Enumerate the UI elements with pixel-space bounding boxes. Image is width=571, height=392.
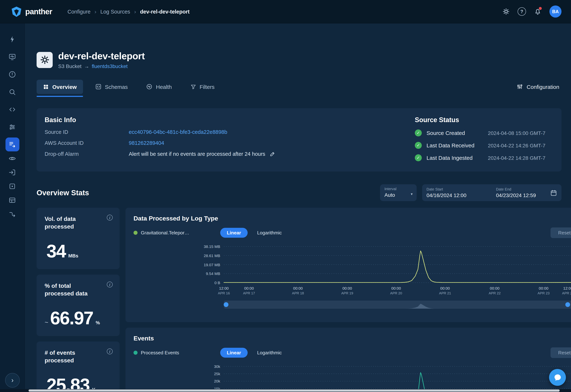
stat-card-volume: Vol. of data processed i 34 MBs: [37, 208, 120, 269]
date-range-picker[interactable]: Date Start 04/16/2024 12:00 Date End 04/…: [422, 184, 561, 201]
breadcrumb-log-sources[interactable]: Log Sources: [100, 9, 130, 14]
settings-button[interactable]: [502, 8, 510, 15]
arrow-into-box-icon: [8, 168, 16, 176]
brush-track: [224, 301, 571, 309]
sidebar-item-flash[interactable]: [5, 32, 19, 46]
notification-dot: [539, 7, 542, 10]
stat-title: Vol. of data processed: [45, 215, 100, 230]
alert-circle-icon: [8, 70, 16, 78]
configuration-button[interactable]: Configuration: [514, 83, 561, 90]
chart-toolbar: Gravitational.Telepor… Linear Logarithmi…: [133, 227, 571, 238]
x-axis-label: 00:00APR 21: [439, 286, 451, 295]
chart-svg: [224, 246, 571, 283]
source-id-value[interactable]: ecc40796-04bc-481c-bfe3-ceda22e8898b: [129, 129, 227, 135]
tab-overview[interactable]: Overview: [37, 80, 83, 94]
panther-logo-icon: [11, 6, 22, 17]
logarithmic-scale-button[interactable]: Logarithmic: [251, 348, 288, 358]
sidebar-item-log-sources[interactable]: [5, 138, 19, 151]
chevron-right-icon: ›: [134, 8, 136, 15]
tab-filters[interactable]: Filters: [184, 80, 221, 94]
stat-value-row: 34 MBs: [45, 242, 78, 260]
stats-controls: Interval Auto ▾ Date Start 04/16/2024 12…: [380, 184, 561, 201]
tab-schemas[interactable]: Schemas: [89, 79, 134, 94]
info-icon[interactable]: i: [107, 349, 113, 354]
status-date: 2024-04-22 14:28 GMT-7: [488, 155, 545, 161]
x-axis-label: 00:00APR 17: [243, 286, 255, 295]
aws-account-value[interactable]: 981262289404: [129, 140, 164, 146]
dropoff-alarm-value: Alert will be sent if no events are proc…: [129, 151, 265, 157]
y-axis-label: 30k: [214, 364, 220, 369]
brush-handle-left[interactable]: [224, 302, 228, 307]
user-avatar[interactable]: BA: [549, 5, 561, 17]
status-label: Last Data Received: [427, 142, 474, 148]
linear-scale-button[interactable]: Linear: [220, 348, 248, 358]
tabs-row: Overview Schemas Health Filters Configur…: [37, 79, 561, 94]
y-axis: 30k25k20k15k: [133, 366, 220, 392]
app-window: panther Configure › Log Sources › dev-re…: [0, 0, 571, 392]
source-status-block: Source Status ✓ Source Created 2024-04-0…: [415, 116, 545, 161]
code-icon: [8, 106, 16, 113]
stat-prefix: ~: [45, 319, 48, 326]
flash-icon: [8, 35, 16, 43]
stat-title: % of total processed data: [45, 282, 100, 297]
tab-label: Schemas: [105, 84, 128, 90]
logarithmic-scale-button[interactable]: Logarithmic: [251, 228, 288, 238]
stat-value: 66.97: [50, 309, 93, 327]
help-button[interactable]: ?: [518, 7, 526, 16]
chart-toolbar: Processed Events Linear Logarithmic Rese…: [133, 347, 571, 358]
gear-icon: [502, 8, 510, 15]
sidebar-item-import[interactable]: [5, 165, 19, 179]
sidebar-expand-button[interactable]: ›: [5, 373, 20, 388]
events-chart-card: Events Processed Events Linear Logarithm…: [126, 328, 571, 392]
panther-logo[interactable]: panther: [9, 6, 54, 17]
date-end-value: 04/23/2024 12:59: [496, 192, 536, 198]
reset-button[interactable]: Reset: [551, 227, 571, 238]
basic-info-card: Basic Info Source ID ecc40796-04bc-481c-…: [37, 108, 561, 171]
chart-plot[interactable]: [224, 366, 571, 392]
brush-handle-right[interactable]: [565, 302, 570, 307]
y-axis-label: 0 B: [214, 280, 220, 285]
pencil-icon: [270, 151, 275, 157]
chart-title: Events: [133, 335, 571, 342]
x-axis-label: 00:00APR 18: [292, 286, 304, 295]
info-icon[interactable]: i: [107, 281, 113, 287]
charts-column: Data Processed by Log Type Gravitational…: [126, 208, 571, 392]
sidebar-item-pipeline[interactable]: [5, 207, 19, 221]
time-range-brush[interactable]: [224, 301, 571, 309]
notifications-button[interactable]: [534, 8, 542, 15]
edit-dropoff-button[interactable]: [270, 151, 275, 157]
sidebar-item-package[interactable]: [5, 179, 19, 193]
calendar-button[interactable]: [550, 189, 557, 196]
horizontal-scrollbar[interactable]: [0, 389, 571, 392]
sidebar-item-alerts[interactable]: [5, 67, 19, 81]
sidebar-item-sliders[interactable]: [5, 120, 19, 134]
sidebar-item-eye[interactable]: [5, 151, 19, 165]
breadcrumb-configure[interactable]: Configure: [68, 9, 90, 14]
check-circle-icon: ✓: [415, 154, 422, 161]
chart-title: Data Processed by Log Type: [133, 215, 571, 222]
chart-legend: Gravitational.Telepor…: [133, 230, 220, 236]
status-date: 2024-04-22 14:26 GMT-7: [488, 142, 545, 148]
date-start-label: Date Start: [427, 187, 496, 191]
grid-icon: [43, 84, 49, 90]
chevron-right-icon: ›: [11, 377, 14, 384]
chat-bubble-button[interactable]: [549, 369, 566, 386]
breadcrumb: Configure › Log Sources › dev-rel-dev-te…: [68, 8, 189, 15]
reset-button[interactable]: Reset: [551, 347, 571, 358]
tab-health[interactable]: Health: [140, 79, 178, 94]
info-icon[interactable]: i: [107, 215, 113, 221]
sidebar-item-search[interactable]: [5, 85, 19, 99]
eye-icon: [8, 154, 16, 162]
chart-plot[interactable]: [224, 246, 571, 283]
sidebar-item-tables[interactable]: [5, 193, 19, 207]
sidebar-item-code[interactable]: [5, 102, 19, 116]
interval-select[interactable]: Interval Auto ▾: [380, 184, 417, 201]
search-icon: [8, 88, 16, 96]
linear-scale-button[interactable]: Linear: [220, 228, 248, 238]
plot-row: 30k25k20k15k: [133, 366, 571, 392]
config-sliders-icon: [516, 83, 523, 90]
scrollbar-thumb[interactable]: [29, 390, 560, 392]
sidebar-item-monitor[interactable]: [5, 50, 19, 64]
source-bucket-link[interactable]: fluentds3bucket: [92, 63, 128, 69]
y-axis-label: 9.54 MB: [206, 271, 220, 276]
